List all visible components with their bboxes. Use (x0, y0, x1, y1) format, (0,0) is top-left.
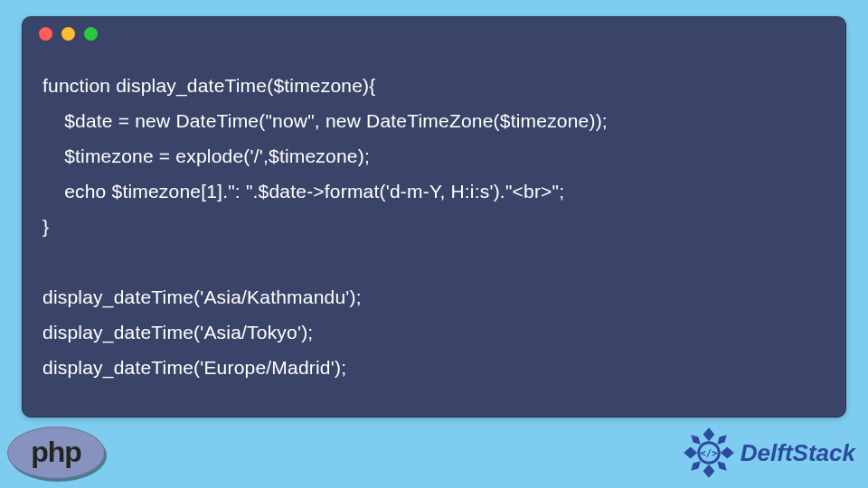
window-title-bar (23, 17, 845, 50)
svg-marker-5 (717, 435, 726, 444)
svg-marker-2 (684, 447, 697, 459)
svg-marker-7 (717, 461, 726, 470)
brand-icon: </> (683, 427, 735, 479)
php-logo-icon: php (7, 427, 105, 479)
svg-marker-6 (691, 461, 700, 470)
svg-marker-0 (703, 427, 714, 441)
brand: </> DelftStack (683, 427, 855, 479)
svg-marker-3 (721, 447, 734, 459)
svg-marker-4 (691, 435, 700, 444)
minimize-icon (61, 27, 75, 41)
code-window: function display_dateTime($timezone){ $d… (22, 16, 846, 418)
php-logo-text: php (31, 436, 81, 469)
maximize-icon (84, 27, 98, 41)
brand-label: DelftStack (741, 439, 855, 467)
svg-text:</>: </> (700, 447, 717, 458)
code-block: function display_dateTime($timezone){ $d… (23, 50, 845, 394)
svg-marker-1 (703, 465, 714, 478)
close-icon (39, 27, 52, 41)
footer: php </> DelftStack (0, 423, 868, 483)
